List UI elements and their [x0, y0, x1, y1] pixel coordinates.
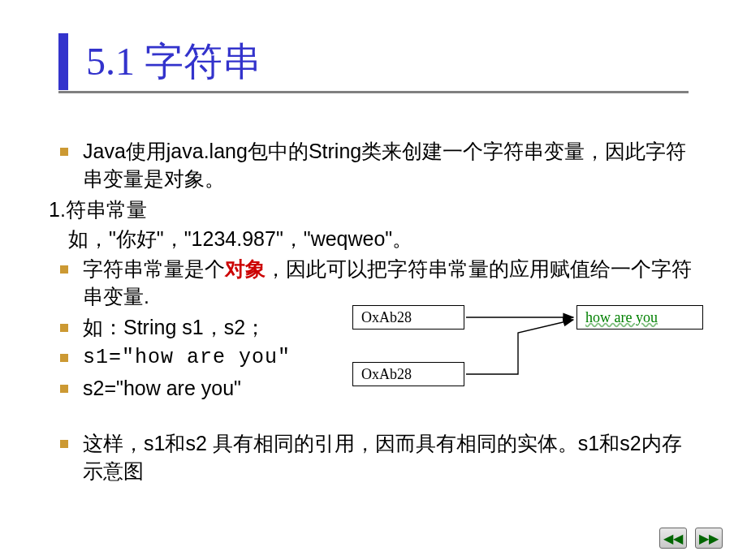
emphasis-text: 对象 [225, 257, 266, 280]
plain-line-2: 如，"你好"，"1234.987"，"weqweo"。 [49, 226, 698, 253]
bullet-marker [60, 354, 68, 362]
bullet-marker [60, 148, 68, 156]
diagram-box-value: how are you [576, 305, 703, 330]
bullet-text: Java使用java.lang包中的String类来创建一个字符串变量，因此字符… [83, 138, 698, 193]
nav-buttons: ◀◀ ▶▶ [659, 528, 723, 549]
title-accent-bar [58, 33, 68, 90]
diagram-box-s2: OxAb28 [352, 362, 464, 386]
bullet-marker [60, 324, 68, 332]
bullet-text: 字符串常量是个对象，因此可以把字符串常量的应用赋值给一个字符串变量. [83, 256, 698, 311]
diagram-box-s1: OxAb28 [352, 305, 464, 330]
slide-title: 5.1 字符串 [86, 36, 261, 88]
text-fragment: 字符串常量是个 [83, 257, 225, 280]
slide-title-container: 5.1 字符串 [58, 29, 261, 94]
prev-button[interactable]: ◀◀ [659, 528, 687, 549]
bullet-marker [60, 440, 68, 448]
box-label: how are you [585, 309, 658, 326]
bullet-item-1: Java使用java.lang包中的String类来创建一个字符串变量，因此字符… [49, 138, 698, 193]
prev-icon: ◀◀ [663, 531, 683, 546]
next-button[interactable]: ▶▶ [695, 528, 723, 549]
bullet-marker [60, 385, 68, 393]
title-underline [58, 91, 689, 93]
box-label: OxAb28 [361, 366, 412, 383]
box-label: OxAb28 [361, 309, 412, 326]
bullet-item-2: 字符串常量是个对象，因此可以把字符串常量的应用赋值给一个字符串变量. [49, 256, 698, 311]
bullet-marker [60, 265, 68, 274]
bullet-text: 这样，s1和s2 具有相同的引用，因而具有相同的实体。s1和s2内存示意图 [83, 430, 698, 485]
plain-line-1: 1.符串常量 [49, 196, 698, 224]
bullet-item-6: 这样，s1和s2 具有相同的引用，因而具有相同的实体。s1和s2内存示意图 [49, 430, 698, 485]
memory-diagram: OxAb28 OxAb28 how are you [348, 305, 713, 419]
next-icon: ▶▶ [699, 531, 719, 546]
